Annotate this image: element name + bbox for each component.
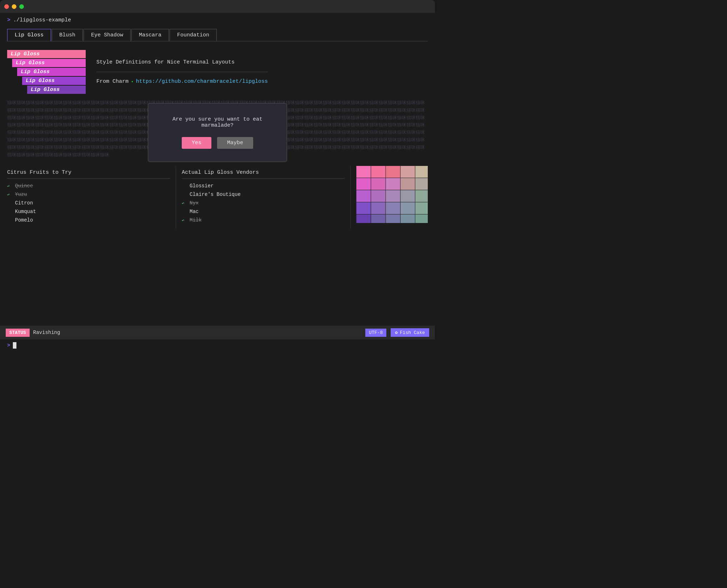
terminal-body: > ./lipgloss-example Lip Gloss Blush Eye… [0,13,435,326]
vendors-divider [182,178,345,179]
tab-lip-gloss[interactable]: Lip Gloss [7,29,51,41]
stacked-label-5: Lip Gloss [27,86,86,94]
cat-wrapper: 猫咪猫咪猫咪猫咪猫咪猫咪猫咪猫咪猫咪猫咪猫咪猫咪猫咪猫咪猫咪猫咪猫咪猫咪猫咪猫咪… [7,100,428,164]
status-badge: STATUS [6,329,30,337]
check-icon: ✓ [182,201,187,206]
hero-link[interactable]: https://github.com/charmbracelet/lipglos… [136,78,268,85]
tab-blush[interactable]: Blush [52,29,83,41]
status-value: Ravishing [33,330,365,335]
list-item: ✓ Yuzu [7,191,170,198]
list-item: Claire's Boutique [182,191,345,198]
vendor-milk: Milk [190,217,202,223]
list-item: Citron [7,199,170,207]
check-icon: ✓ [7,192,12,197]
prompt-symbol: > [7,17,10,23]
vendor-glossier: Glossier [190,183,214,189]
stacked-label-1: Lip Gloss [7,50,86,58]
statusbar: STATUS Ravishing UTF-8 ✿ Fish Cake [0,326,435,339]
terminal-window: > ./lipgloss-example Lip Gloss Blush Eye… [0,0,435,351]
citrus-column: Citrus Fruits to Try ✓ Quince ✓ Yuzu Cit… [7,166,176,229]
encoding-badge: UTF-8 [365,329,386,337]
hero-subtitle: From Charm ● https://github.com/charmbra… [96,78,268,85]
vendor-claires: Claire's Boutique [190,192,241,197]
tabs-container: Lip Gloss Blush Eye Shadow Mascara Found… [7,29,428,41]
vendors-column: Actual Lip Gloss Vendors Glossier Claire… [176,166,351,229]
vendors-title: Actual Lip Gloss Vendors [182,169,345,176]
command-text: ./lipgloss-example [13,17,71,23]
maybe-button[interactable]: Maybe [217,137,253,149]
list-item: ✓ Nyx [182,199,345,207]
tab-eye-shadow[interactable]: Eye Shadow [84,29,131,41]
tab-mascara[interactable]: Mascara [131,29,169,41]
hero-text: Style Definitions for Nice Terminal Layo… [96,50,268,94]
list-item: ✓ Quince [7,182,170,189]
maximize-button[interactable] [19,4,24,9]
stacked-label-3: Lip Gloss [17,68,86,76]
hero-divider [96,72,268,72]
citrus-item-pomelo: Pomelo [15,217,33,223]
from-charm-label: From Charm [96,78,129,85]
close-button[interactable] [4,4,9,9]
color-grid [356,166,428,223]
fishcake-icon: ✿ [395,330,398,335]
hero-title: Style Definitions for Nice Terminal Layo… [96,59,268,65]
tab-foundation[interactable]: Foundation [170,29,217,41]
list-item: ✓ Milk [182,217,345,224]
dialog-overlay: Are you sure you want to eat marmalade? … [148,103,287,162]
vendor-nyx: Nyx [190,200,199,206]
check-icon: ✓ [7,183,12,189]
citrus-item-yuzu: Yuzu [15,192,27,197]
vendor-mac: Mac [190,209,199,214]
citrus-divider [7,178,170,179]
dialog-buttons: Yes Maybe [162,137,272,149]
stacked-label-2: Lip Gloss [12,59,86,67]
minimize-button[interactable] [12,4,16,9]
citrus-item-kumquat: Kumquat [15,209,36,214]
cursor [13,342,16,349]
stacked-labels: Lip Gloss Lip Gloss Lip Gloss Lip Gloss … [7,50,86,94]
yes-button[interactable]: Yes [182,137,211,149]
titlebar [0,0,435,13]
citrus-title: Citrus Fruits to Try [7,169,170,176]
list-item: Glossier [182,182,345,189]
dialog-question: Are you sure you want to eat marmalade? [162,116,272,128]
list-item: Mac [182,208,345,215]
list-item: Pomelo [7,217,170,224]
hero-section: Lip Gloss Lip Gloss Lip Gloss Lip Gloss … [7,50,428,94]
citrus-item-citron: Citron [15,200,33,206]
check-icon: ✓ [182,218,187,223]
stacked-label-4: Lip Gloss [22,77,86,85]
bottom-section: Citrus Fruits to Try ✓ Quince ✓ Yuzu Cit… [7,166,428,229]
fishcake-badge: ✿ Fish Cake [391,328,429,337]
bottom-prompt-symbol: > [7,343,10,348]
dot-icon: ● [131,80,133,83]
list-item: Kumquat [7,208,170,215]
bottom-prompt-line: > [0,339,435,351]
command-line: > ./lipgloss-example [7,17,428,23]
citrus-item-quince: Quince [15,183,33,189]
status-right: UTF-8 ✿ Fish Cake [365,328,429,337]
fishcake-label: Fish Cake [400,330,425,335]
